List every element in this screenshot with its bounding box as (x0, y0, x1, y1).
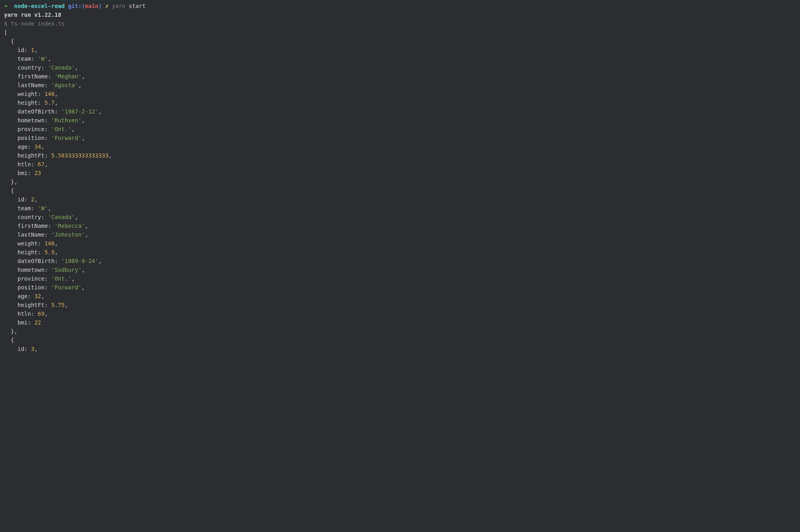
output-line: lastName: 'Johnston', (4, 230, 796, 239)
prompt-directory: node-excel-read (14, 3, 64, 9)
output-line: height: 5.9, (4, 248, 796, 257)
output-line: age: 34, (4, 142, 796, 151)
json-output: [ { id: 1, team: 'W', country: 'Canada',… (4, 28, 796, 353)
output-line: bmi: 23 (4, 169, 796, 177)
output-line: hometown: 'Ruthven', (4, 116, 796, 125)
shell-prompt[interactable]: ➜ node-excel-read git:(main) ✗ yarn star… (4, 2, 796, 10)
prompt-command-arg: start (129, 3, 146, 9)
output-line: country: 'Canada', (4, 213, 796, 221)
prompt-command-exec: yarn (112, 3, 126, 9)
output-line: province: 'Ont.', (4, 274, 796, 283)
output-line: country: 'Canada', (4, 63, 796, 72)
output-line: }, (4, 177, 796, 186)
output-line: bmi: 22 (4, 318, 796, 327)
prompt-git-branch: main (85, 3, 98, 9)
output-line: { (4, 336, 796, 345)
output-line: weight: 148, (4, 90, 796, 98)
output-line: { (4, 37, 796, 46)
output-line: age: 32, (4, 292, 796, 301)
prompt-git-label: git:( (68, 3, 85, 9)
output-line: position: 'Forward', (4, 133, 796, 142)
output-line: firstName: 'Meghan', (4, 72, 796, 81)
output-line: height: 5.7, (4, 98, 796, 107)
output-line: id: 1, (4, 46, 796, 54)
output-line: team: 'W', (4, 204, 796, 213)
output-line: heightFt: 5.75, (4, 301, 796, 309)
ts-node-line: $ ts-node index.ts (4, 19, 796, 28)
output-line: [ (4, 28, 796, 37)
output-line: dateOfBirth: '1989-9-24', (4, 257, 796, 265)
output-line: firstName: 'Rebecca', (4, 221, 796, 230)
output-line: id: 2, (4, 195, 796, 204)
output-line: id: 3, (4, 345, 796, 353)
output-line: dateOfBirth: '1987-2-12', (4, 107, 796, 116)
output-line: lastName: 'Agosta', (4, 81, 796, 90)
output-line: { (4, 186, 796, 195)
output-line: heightFt: 5.583333333333333, (4, 151, 796, 160)
ts-node-command: ts-node index.ts (11, 20, 65, 27)
output-line: }, (4, 327, 796, 336)
output-line: province: 'Ont.', (4, 125, 796, 133)
output-line: htln: 69, (4, 309, 796, 318)
output-line: team: 'W', (4, 54, 796, 63)
yarn-run-line: yarn run v1.22.18 (4, 10, 796, 19)
output-line: hometown: 'Sudbury', (4, 265, 796, 274)
output-line: weight: 148, (4, 239, 796, 248)
output-line: position: 'Forward', (4, 283, 796, 292)
output-line: htln: 67, (4, 160, 796, 169)
